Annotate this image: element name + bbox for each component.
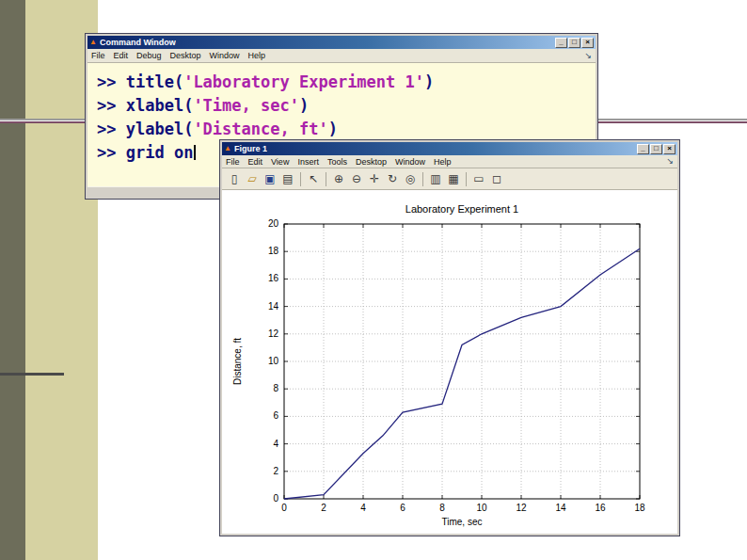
decorative-line-left (0, 373, 64, 376)
cmd-menu-edit[interactable]: Edit (114, 51, 129, 60)
zoom-out-icon[interactable]: ⊖ (348, 170, 365, 187)
pan-icon[interactable]: ✛ (366, 170, 383, 187)
cmd-menu-window[interactable]: Window (210, 51, 240, 60)
y-tick-label: 4 (273, 439, 278, 449)
data-line (284, 248, 640, 499)
fig-menu-insert[interactable]: Insert (297, 157, 319, 167)
x-tick-label: 8 (439, 503, 445, 513)
command-code: grid on (126, 143, 194, 162)
command-string: 'Laboratory Experiment 1' (183, 72, 424, 91)
command-code: >> (97, 72, 126, 91)
toolbar-separator (300, 172, 301, 186)
x-tick-label: 0 (281, 503, 287, 513)
minimize-button[interactable]: _ (555, 38, 567, 48)
fig-menu-tools[interactable]: Tools (327, 157, 347, 167)
fig-menu-edit[interactable]: Edit (248, 157, 263, 167)
command-string: 'Distance, ft' (193, 120, 327, 138)
y-tick-label: 12 (268, 328, 279, 339)
toolbar-separator (422, 172, 423, 186)
y-tick-label: 2 (273, 466, 278, 476)
show-plot-tools-icon[interactable]: ◻ (488, 170, 505, 187)
x-tick-label: 2 (321, 503, 326, 513)
slide-background: ▲ Command Window _□× FileEditDebugDeskto… (0, 0, 747, 560)
maximize-button[interactable]: □ (650, 144, 662, 154)
toolbar-separator (466, 172, 467, 186)
command-code: ) (424, 72, 434, 91)
command-line: >> xlabel('Time, sec') (97, 94, 596, 118)
y-tick-label: 16 (268, 273, 279, 283)
save-figure-icon[interactable]: ▣ (262, 170, 278, 187)
y-tick-label: 0 (273, 493, 278, 504)
left-dark-strip (0, 0, 25, 560)
y-tick-label: 6 (273, 410, 278, 421)
cmd-menu-file[interactable]: File (91, 51, 105, 60)
command-window-controls: _□× (555, 38, 594, 48)
close-button[interactable]: × (581, 38, 594, 48)
new-figure-icon[interactable]: ▯ (226, 170, 243, 187)
print-figure-icon[interactable]: ▤ (279, 170, 296, 187)
command-code: ) (299, 96, 309, 115)
data-cursor-icon[interactable]: ◎ (402, 170, 419, 187)
y-axis-label: Distance, ft (232, 338, 243, 385)
figure-window-title: Figure 1 (234, 144, 267, 153)
command-string: 'Time, sec' (193, 96, 299, 115)
dock-icon[interactable]: ↘ (584, 52, 592, 60)
command-window-titlebar[interactable]: ▲ Command Window _□× (87, 36, 596, 49)
x-tick-label: 6 (400, 503, 405, 513)
figure-window-titlebar[interactable]: ▲ Figure 1 _□× (222, 142, 677, 155)
zoom-in-icon[interactable]: ⊕ (330, 170, 347, 187)
maximize-button[interactable]: □ (568, 38, 580, 48)
command-window-title: Command Window (100, 38, 176, 47)
plot-title: Laboratory Experiment 1 (405, 203, 518, 215)
figure-plot-area[interactable]: 02468101214161802468101214161820Laborato… (222, 190, 677, 534)
command-line: >> title('Laboratory Experiment 1') (97, 71, 596, 94)
fig-menu-help[interactable]: Help (434, 157, 452, 167)
x-tick-label: 12 (516, 503, 527, 513)
fig-menu-window[interactable]: Window (395, 157, 425, 167)
command-code: >> (97, 96, 126, 115)
figure-window-menu: FileEditViewInsertToolsDesktopWindowHelp (226, 157, 451, 167)
y-tick-label: 20 (268, 218, 279, 229)
hide-plot-tools-icon[interactable]: ▭ (470, 170, 487, 187)
x-axis-label: Time, sec (442, 517, 483, 527)
x-tick-label: 14 (555, 503, 566, 513)
edit-plot-icon[interactable]: ↖ (305, 170, 322, 187)
open-file-icon[interactable]: ▱ (244, 170, 261, 187)
cmd-menu-debug[interactable]: Debug (136, 51, 162, 60)
figure-window: ▲ Figure 1 _□× FileEditViewInsertToolsDe… (219, 139, 680, 536)
command-line: >> ylabel('Distance, ft') (97, 118, 596, 141)
rotate-3d-icon[interactable]: ↻ (384, 170, 401, 187)
command-window-menu: FileEditDebugDesktopWindowHelp (91, 51, 265, 60)
x-tick-label: 4 (360, 503, 366, 513)
text-cursor (194, 145, 196, 160)
figure-icon: ▲ (224, 144, 231, 153)
cmd-menu-help[interactable]: Help (248, 51, 266, 60)
y-tick-label: 10 (268, 356, 279, 366)
figure-toolbar: ▯▱▣▤↖⊕⊖✛↻◎▥▦▭◻ (222, 168, 677, 190)
command-code: ylabel( (126, 120, 194, 138)
y-tick-label: 18 (268, 246, 279, 256)
close-button[interactable]: × (663, 144, 675, 154)
command-code: >> (97, 120, 126, 138)
figure-window-menubar: FileEditViewInsertToolsDesktopWindowHelp… (222, 155, 677, 168)
y-tick-label: 8 (273, 383, 278, 393)
x-tick-label: 10 (476, 503, 487, 513)
fig-menu-desktop[interactable]: Desktop (356, 157, 387, 167)
command-code: xlabel( (126, 96, 194, 115)
y-tick-label: 14 (268, 301, 279, 312)
colorbar-icon[interactable]: ▥ (427, 170, 444, 187)
toolbar-separator (326, 172, 326, 186)
legend-icon[interactable]: ▦ (445, 170, 462, 187)
minimize-button[interactable]: _ (637, 144, 649, 154)
figure-window-controls: _□× (637, 144, 675, 154)
command-window-menubar: FileEditDebugDesktopWindowHelp ↘ (87, 49, 596, 63)
dock-icon[interactable]: ↘ (666, 157, 674, 166)
command-code: title( (126, 72, 183, 91)
fig-menu-view[interactable]: View (271, 157, 289, 167)
figure-plot[interactable]: 02468101214161802468101214161820Laborato… (222, 190, 677, 534)
cmd-menu-desktop[interactable]: Desktop (170, 51, 201, 60)
fig-menu-file[interactable]: File (226, 157, 240, 167)
command-code: >> (97, 143, 126, 162)
matlab-icon: ▲ (89, 38, 97, 47)
x-tick-label: 16 (595, 503, 606, 513)
